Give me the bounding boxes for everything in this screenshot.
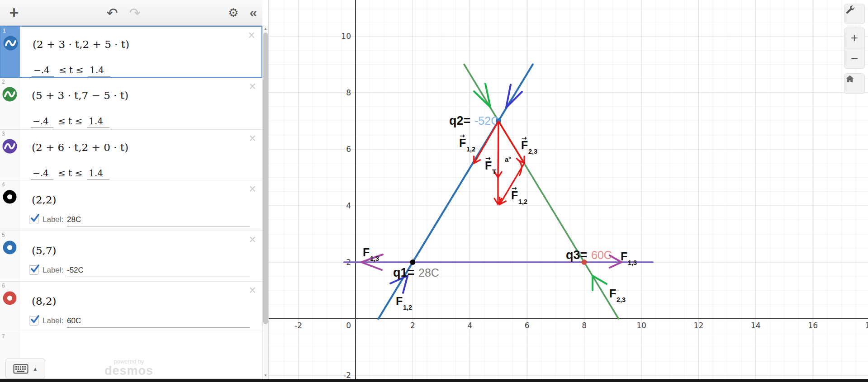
graph-settings-button[interactable]	[844, 4, 865, 24]
x-tick-label: 12	[694, 321, 704, 330]
x-tick-label: 16	[808, 321, 818, 330]
expression-number: 4	[2, 181, 5, 188]
expression-row-2[interactable]: 2(5 + 3 · t,7 − 5 · t)×−.4≤ t ≤1.4	[0, 78, 262, 130]
point-style-icon[interactable]	[2, 240, 17, 255]
desmos-brand-text: desmos	[81, 364, 176, 378]
annotation-q1-prefix: q1=	[393, 266, 414, 279]
delete-expression-icon[interactable]: ×	[249, 183, 256, 195]
expression-row-6[interactable]: 6(8,2)×Label:60C	[0, 282, 262, 332]
delete-expression-icon[interactable]: ×	[249, 132, 256, 145]
parametric-curve-icon[interactable]	[2, 87, 17, 102]
expression-gutter[interactable]: 6	[0, 282, 19, 332]
scrollbar-up-icon[interactable]: ▲	[263, 27, 268, 31]
point-style-icon[interactable]	[2, 189, 17, 204]
keyboard-toggle-button[interactable]: ▲	[5, 358, 45, 379]
expression-row-3[interactable]: 3(2 + 6 · t,2 + 0 · t)×−.4≤ t ≤1.4	[0, 130, 262, 180]
expression-math-field[interactable]: (2,2)	[32, 194, 57, 206]
add-expression-button[interactable]: +	[4, 0, 24, 25]
zoom-in-button[interactable]: +	[844, 28, 865, 48]
label-F13-right: F1,3	[621, 250, 637, 266]
graph-paper[interactable]: -2024681012141618108642-2q1=28Cq2=-52Cq3…	[268, 0, 868, 382]
t-min-input[interactable]: −.4	[32, 65, 54, 77]
label-F13-left: F1,3	[363, 246, 379, 262]
expression-gutter[interactable]: 3	[0, 130, 19, 180]
expression-number: 2	[2, 79, 5, 85]
expression-math-field[interactable]: (5 + 3 · t,7 − 5 · t)	[32, 90, 128, 101]
label-word: Label:	[43, 316, 63, 325]
expression-row-1[interactable]: 1(2 + 3 · t,2 + 5 · t)×−.4≤ t ≤1.4	[0, 26, 262, 78]
gear-icon[interactable]: ⚙	[223, 0, 243, 25]
label-checkbox[interactable]	[29, 215, 38, 224]
t-min-input[interactable]: −.4	[31, 168, 53, 180]
point-style-icon[interactable]	[2, 291, 17, 306]
point-label-row: Label:28C	[29, 214, 251, 229]
parametric-curve-icon[interactable]	[3, 36, 18, 51]
keyboard-icon	[13, 364, 28, 374]
desmos-watermark: powered by desmos	[81, 358, 176, 378]
svg-text:F: F	[621, 250, 627, 263]
delete-expression-icon[interactable]: ×	[248, 29, 255, 42]
expression-gutter[interactable]: 2	[0, 78, 19, 129]
delete-expression-icon[interactable]: ×	[249, 284, 256, 297]
label-checkbox[interactable]	[29, 316, 38, 325]
label-FT: F→T	[485, 155, 496, 175]
label-value-input[interactable]: -52C	[67, 266, 250, 277]
t-min-input[interactable]: −.4	[31, 116, 53, 128]
label-value-input[interactable]: 60C	[67, 316, 250, 328]
expression-math-field[interactable]: (8,2)	[32, 295, 57, 307]
x-tick-label: 2	[410, 321, 415, 330]
y-tick-label: 8	[346, 88, 351, 97]
x-tick-label: 14	[751, 321, 761, 330]
collapse-panel-icon[interactable]: «	[244, 0, 262, 25]
delete-expression-icon[interactable]: ×	[249, 234, 256, 246]
expression-gutter[interactable]: 4	[0, 180, 19, 231]
point-label-q1: 28C	[418, 266, 439, 279]
graph-canvas[interactable]: -2024681012141618108642-2q1=28Cq2=-52Cq3…	[269, 0, 868, 382]
x-tick-label: 6	[525, 321, 530, 330]
expression-row-4[interactable]: 4(2,2)×Label:28C	[0, 180, 262, 231]
redo-icon[interactable]: ↷	[125, 0, 145, 25]
svg-text:1,2: 1,2	[518, 198, 527, 205]
expression-panel-toolbar: + ↶ ↷ ⚙ «	[0, 0, 262, 26]
point-label-row: Label:-52C	[29, 264, 251, 280]
undo-icon[interactable]: ↶	[102, 0, 122, 25]
svg-text:2,3: 2,3	[528, 148, 537, 155]
t-max-input[interactable]: 1.4	[87, 168, 109, 180]
x-tick-label: 0	[346, 321, 351, 330]
delete-expression-icon[interactable]: ×	[249, 80, 256, 93]
zoom-out-button[interactable]: −	[844, 48, 865, 69]
expression-panel: + ↶ ↷ ⚙ « 1(2 + 3 · t,2 + 5 · t)×−.4≤ t …	[0, 0, 268, 382]
svg-text:F: F	[396, 295, 403, 307]
t-max-input[interactable]: 1.4	[87, 116, 109, 128]
expression-math-field[interactable]: (2 + 6 · t,2 + 0 · t)	[32, 141, 128, 153]
expression-gutter[interactable]: 5	[0, 231, 19, 281]
label-value-input[interactable]: 28C	[67, 215, 250, 226]
force-F23-on-q2	[498, 121, 524, 163]
svg-text:→: →	[460, 132, 465, 139]
point-q1	[410, 259, 415, 265]
home-button[interactable]	[844, 73, 865, 94]
expression-list-scrollbar[interactable]: ▲ ▼	[262, 26, 268, 382]
y-tick-label: 4	[346, 201, 351, 210]
y-tick-label: -2	[343, 371, 351, 380]
expression-number: 5	[2, 232, 5, 238]
expression-gutter[interactable]: 1	[1, 27, 20, 77]
svg-text:F: F	[609, 287, 616, 300]
parametric-curve-icon[interactable]	[2, 139, 17, 154]
expression-math-field[interactable]: (5,7)	[32, 245, 57, 256]
expression-math-field[interactable]: (2 + 3 · t,2 + 5 · t)	[33, 38, 129, 50]
x-tick-label: 18	[865, 321, 868, 330]
svg-text:1,2: 1,2	[403, 304, 412, 311]
arrow-purple-left	[361, 262, 382, 270]
label-F12-lower: F→1,2	[511, 184, 527, 205]
t-relation-text: ≤ t ≤	[58, 168, 82, 179]
scrollbar-thumb[interactable]	[263, 33, 268, 324]
label-checkbox[interactable]	[29, 265, 38, 275]
annotation-q2-prefix: q2=	[449, 114, 470, 127]
t-relation-text: ≤ t ≤	[58, 116, 82, 127]
expression-row-5[interactable]: 5(5,7)×Label:-52C	[0, 231, 262, 282]
t-max-input[interactable]: 1.4	[88, 65, 110, 77]
annotation-q3-prefix: q3=	[566, 248, 587, 262]
scrollbar-down-icon[interactable]: ▼	[263, 373, 268, 377]
expression-number: 7	[2, 333, 5, 340]
